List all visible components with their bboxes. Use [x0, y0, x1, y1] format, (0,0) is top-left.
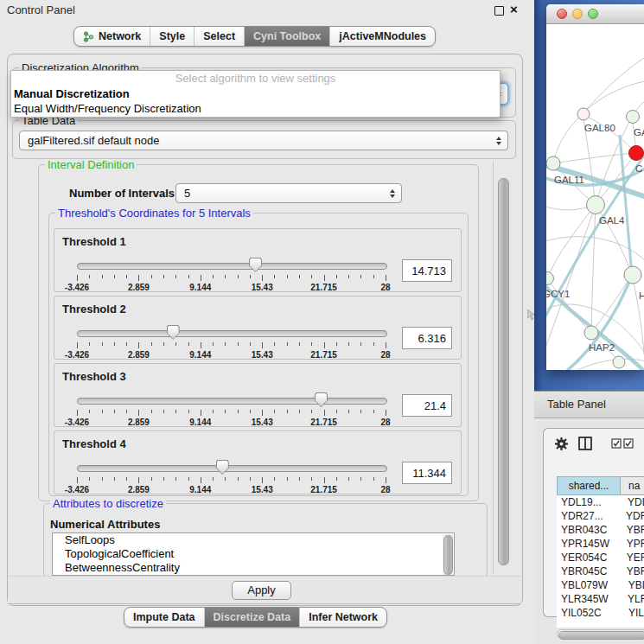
dropdown-option[interactable]: Manual Discretization [11, 86, 500, 101]
tab-label: Style [159, 30, 185, 42]
slider-thumb[interactable] [315, 392, 328, 407]
tick-label: -3.426 [65, 418, 89, 427]
gear-icon[interactable] [554, 437, 569, 451]
network-node-h[interactable] [624, 266, 641, 284]
attribute-list-item[interactable]: TopologicalCoefficient [53, 547, 454, 561]
table-hscrollbar[interactable] [557, 629, 644, 639]
threshold-value-field[interactable] [402, 394, 452, 417]
tick-mark [324, 275, 325, 281]
slider-thumb[interactable] [216, 460, 229, 475]
tab-infer-network[interactable]: Infer Network [300, 608, 386, 627]
network-node-gal11[interactable] [546, 156, 560, 170]
network-node-ga[interactable] [627, 111, 640, 124]
tick-label: 15.43 [252, 485, 273, 494]
threshold-value-field[interactable] [402, 327, 452, 349]
panel-scrollbar-thumb[interactable] [498, 178, 509, 565]
cyni-bottom-tabbar: Impute DataDiscretize DataInfer Network [124, 607, 387, 628]
split-columns-icon[interactable] [578, 437, 592, 450]
tick-label: 21.715 [310, 283, 337, 292]
tick-mark [299, 342, 300, 346]
number-of-intervals-combobox[interactable]: 5 [175, 183, 402, 203]
node-label: GAL4 [599, 215, 625, 226]
slider-track[interactable] [77, 398, 387, 405]
slider-track[interactable] [77, 465, 387, 472]
table-row[interactable]: YLR345WYLR3 [557, 592, 644, 606]
tick-mark [138, 275, 139, 281]
tab-jactivemnodules[interactable]: jActiveMNodules [330, 27, 435, 46]
tick-mark [114, 275, 115, 278]
tick-mark [274, 410, 275, 413]
table-row[interactable]: YDL19...YDL1 [557, 495, 644, 509]
tab-discretize-data[interactable]: Discretize Data [205, 608, 301, 627]
network-canvas[interactable]: GAL80GACGAL11GAL4GCY1HHAP2 [546, 24, 644, 370]
network-node[interactable] [613, 356, 625, 368]
tick-mark [311, 275, 312, 278]
tab-style[interactable]: Style [150, 27, 194, 46]
tick-mark [213, 477, 214, 481]
tick-mark [138, 410, 139, 416]
network-window-titlebar[interactable] [546, 4, 644, 24]
panel-scrollbar[interactable] [497, 161, 509, 574]
dropdown-option[interactable]: Equal Width/Frequency Discretization [11, 101, 500, 116]
tick-label: 2.859 [128, 485, 150, 494]
table-cell: YPR145W [557, 537, 619, 551]
tab-cyni-toolbox[interactable]: Cyni Toolbox [245, 27, 330, 46]
tab-select[interactable]: Select [194, 27, 245, 46]
tick-label: 21.715 [310, 350, 337, 360]
slider-track[interactable] [77, 263, 387, 270]
table-data-combobox[interactable]: galFiltered.sif default node [19, 131, 508, 150]
node-table: shared...na YDL19...YDL1YDR27...YDR2YBR0… [557, 476, 644, 628]
column-header[interactable]: na [621, 476, 644, 495]
tick-mark [262, 477, 263, 483]
checkbox-icons[interactable] [611, 438, 634, 449]
tick-label: 2.859 [128, 283, 150, 292]
slider-ticks [77, 342, 386, 349]
table-row[interactable]: YDR27...YDR2 [557, 509, 644, 523]
threshold-label: Threshold 2 [62, 303, 126, 316]
column-header[interactable]: shared... [557, 476, 621, 495]
close-panel-icon[interactable]: × [510, 1, 518, 18]
network-node-gcy1[interactable] [546, 272, 554, 285]
tick-mark [360, 275, 361, 278]
tick-mark [114, 410, 115, 413]
zoom-window-icon[interactable] [588, 9, 598, 19]
table-row[interactable]: YBR045CYBR0 [557, 564, 644, 578]
close-window-icon[interactable] [557, 9, 567, 19]
table-row[interactable]: YBL079WYBL0 [557, 578, 644, 592]
table-row[interactable]: YPR145WYPR1 [557, 537, 644, 551]
tick-mark [274, 477, 275, 481]
scrollpane-edge [493, 161, 494, 574]
threshold-value-field[interactable] [402, 462, 452, 484]
network-node-gal4[interactable] [587, 196, 605, 214]
network-node-gal80[interactable] [577, 108, 590, 120]
tick-mark [138, 342, 139, 348]
threshold-label: Threshold 1 [62, 235, 126, 248]
tab-impute-data[interactable]: Impute Data [124, 608, 205, 627]
network-node-c[interactable] [629, 146, 644, 161]
node-label: HAP2 [589, 342, 615, 353]
threshold-value-field[interactable] [402, 259, 452, 282]
table-row[interactable]: YBR043CYBR0 [557, 523, 644, 537]
table-row[interactable]: YER054CYER0 [557, 551, 644, 564]
tick-label: 28 [380, 485, 390, 494]
table-row[interactable]: YIL052CYIL0 [557, 606, 644, 620]
tick-label: 9.144 [189, 283, 211, 292]
minimize-window-icon[interactable] [572, 9, 583, 19]
list-scrollbar-thumb[interactable] [443, 535, 453, 575]
apply-button[interactable]: Apply [232, 581, 291, 600]
slider-thumb[interactable] [249, 258, 262, 272]
tick-mark [163, 410, 164, 413]
attribute-list-item[interactable]: SelfLoops [53, 533, 454, 547]
table-hscrollbar-thumb[interactable] [558, 631, 644, 640]
tab-network[interactable]: Network [74, 27, 150, 46]
network-node-hap2[interactable] [584, 326, 598, 340]
numerical-attributes-list[interactable]: SelfLoopsTopologicalCoefficientBetweenne… [52, 532, 455, 576]
slider-track[interactable] [77, 330, 387, 337]
table-cell: YER0 [619, 551, 644, 564]
tick-mark [188, 477, 189, 481]
slider-thumb[interactable] [167, 325, 180, 340]
attribute-list-item[interactable]: BetweennessCentrality [53, 561, 454, 575]
table-cell: YLR3 [620, 592, 644, 606]
list-scrollbar[interactable] [443, 534, 453, 575]
float-panel-icon[interactable] [494, 6, 504, 16]
